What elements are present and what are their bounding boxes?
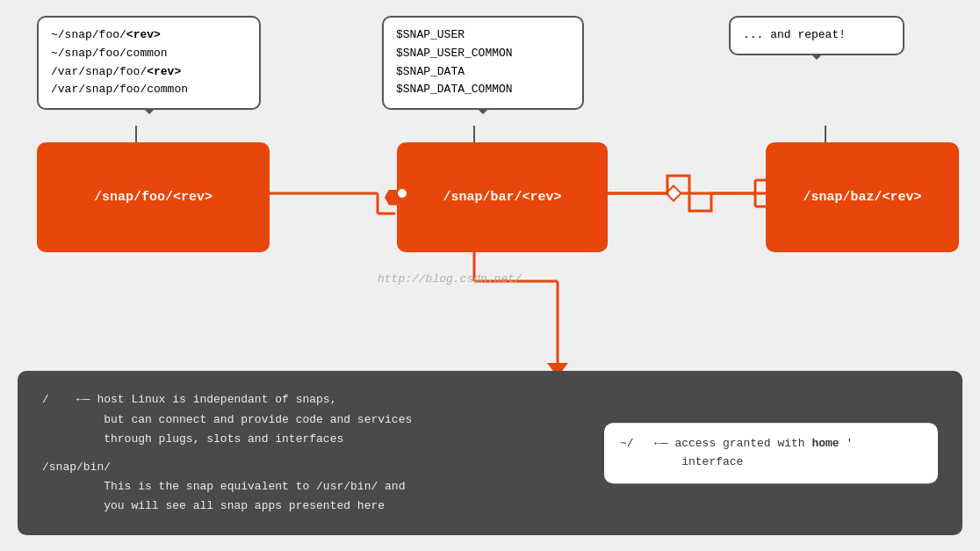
snap-bar-box: /snap/bar/<rev> [397, 142, 608, 252]
snap-bar-label: /snap/bar/<rev> [443, 190, 561, 205]
snap-foo-box: /snap/foo/<rev> [37, 142, 270, 252]
callout-snap-vars: $SNAP_USER $SNAP_USER_COMMON $SNAP_DATA … [382, 16, 584, 110]
callout-repeat: ... and repeat! [729, 16, 904, 55]
access-granted-box: ~/ ←— access granted with home ' interfa… [604, 423, 938, 484]
access-line1: ~/ ←— access granted with home ' [620, 435, 922, 453]
host-linux-line1: / ←— host Linux is independant of snaps, [42, 390, 938, 410]
snap-baz-box: /snap/baz/<rev> [766, 142, 959, 252]
callout-snap-vars-text: $SNAP_USER $SNAP_USER_COMMON $SNAP_DATA … [396, 26, 570, 99]
snap-foo-label: /snap/foo/<rev> [94, 190, 213, 205]
bottom-panel: / ←— host Linux is independant of snaps,… [18, 371, 962, 535]
callout-repeat-text: ... and repeat! [743, 28, 846, 41]
canvas: ~/snap/foo/<rev> ~/snap/foo/common /var/… [0, 0, 980, 551]
watermark: http://blog.csdn.net/ [378, 272, 522, 286]
callout-foo-text: ~/snap/foo/<rev> ~/snap/foo/common /var/… [51, 26, 247, 99]
circle-connector-foo-bar [396, 187, 408, 199]
diamond-connector-bar-baz [665, 185, 682, 202]
step-connector-bar-baz [606, 154, 773, 242]
snap-bin-line3: you will see all snap apps presented her… [42, 497, 938, 516]
access-line2: interface [620, 453, 922, 472]
snap-baz-label: /snap/baz/<rev> [803, 190, 921, 205]
callout-foo-paths: ~/snap/foo/<rev> ~/snap/foo/common /var/… [37, 16, 261, 110]
